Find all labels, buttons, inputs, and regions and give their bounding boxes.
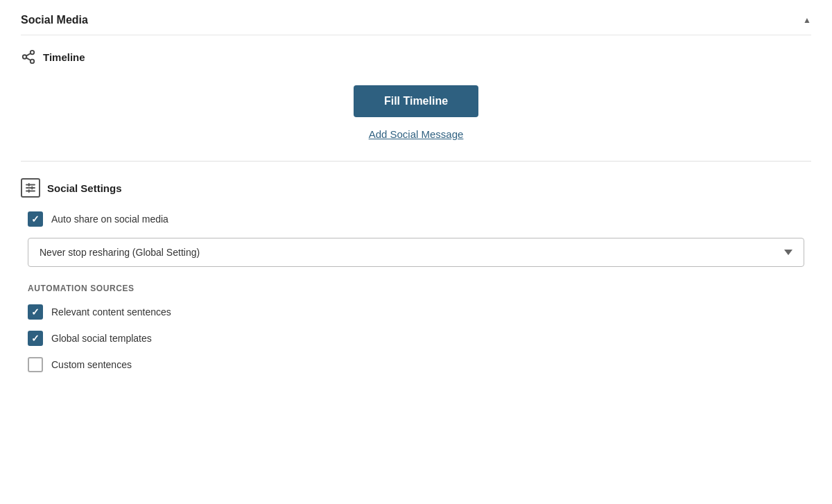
timeline-actions: Fill Timeline Add Social Message — [21, 85, 811, 140]
svg-line-3 — [26, 58, 31, 60]
relevant-content-label: Relevant content sentences — [51, 306, 171, 318]
relevant-content-checkbox[interactable] — [28, 304, 43, 320]
timeline-section: Timeline Fill Timeline Add Social Messag… — [21, 35, 811, 162]
global-templates-row: Global social templates — [28, 331, 811, 346]
custom-sentences-label: Custom sentences — [51, 359, 132, 370]
auto-share-checkbox[interactable] — [28, 211, 43, 227]
share-icon — [21, 49, 36, 64]
social-settings-section: Social Settings Auto share on social med… — [21, 162, 811, 400]
auto-share-row: Auto share on social media — [28, 211, 811, 227]
settings-header: Social Settings — [21, 178, 811, 198]
global-templates-label: Global social templates — [51, 333, 152, 344]
relevant-content-row: Relevant content sentences — [28, 304, 811, 320]
svg-line-4 — [26, 53, 31, 56]
settings-title: Social Settings — [47, 182, 122, 194]
resharing-dropdown-container: Never stop resharing (Global Setting) St… — [28, 238, 804, 267]
add-social-message-link[interactable]: Add Social Message — [369, 128, 464, 140]
fill-timeline-button[interactable]: Fill Timeline — [354, 85, 478, 117]
global-templates-checkbox[interactable] — [28, 331, 43, 346]
page-container: Social Media ▲ Timeline Fill Timeline Ad… — [0, 0, 832, 504]
custom-sentences-checkbox[interactable] — [28, 357, 43, 372]
timeline-heading: Timeline — [43, 51, 85, 63]
automation-sources-label: AUTOMATION SOURCES — [28, 284, 804, 293]
custom-sentences-row: Custom sentences — [28, 357, 811, 372]
auto-share-label: Auto share on social media — [51, 214, 168, 225]
collapse-icon[interactable]: ▲ — [803, 15, 811, 25]
section-header: Social Media ▲ — [21, 14, 811, 35]
resharing-dropdown[interactable]: Never stop resharing (Global Setting) St… — [28, 238, 804, 267]
timeline-label: Timeline — [21, 49, 811, 64]
section-title: Social Media — [21, 14, 88, 26]
settings-icon — [21, 178, 40, 198]
